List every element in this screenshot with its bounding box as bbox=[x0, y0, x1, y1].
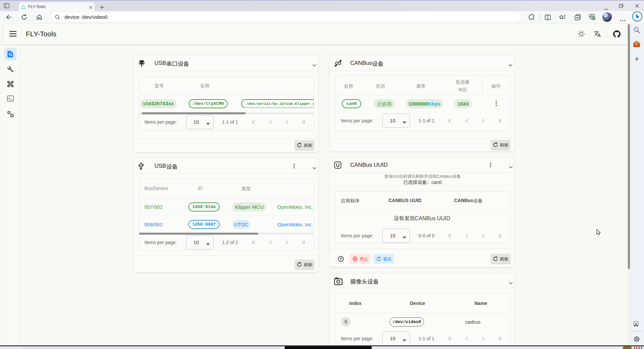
svg-text:?: ? bbox=[339, 257, 342, 261]
